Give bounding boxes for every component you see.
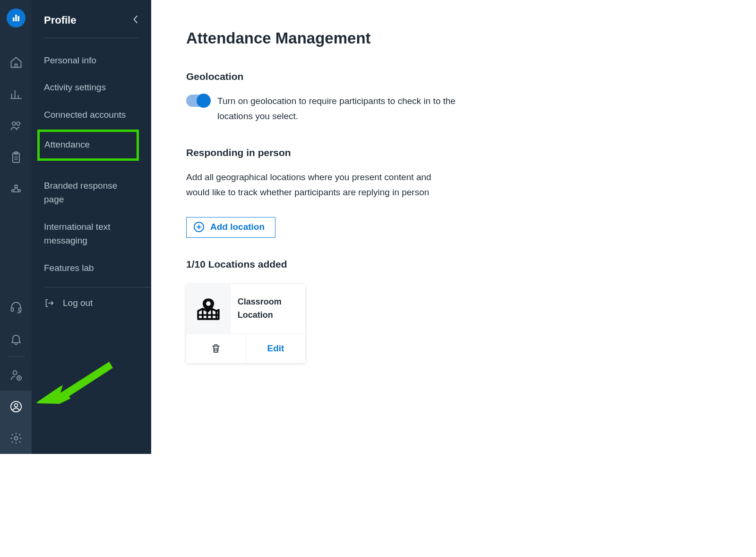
icon-rail xyxy=(0,0,32,454)
sidebar-item-attendance[interactable]: Attendance xyxy=(37,130,139,160)
trash-icon xyxy=(210,342,222,355)
rail-divider xyxy=(8,357,25,357)
team-icon xyxy=(9,183,23,196)
sidebar-item-branded-response[interactable]: Branded response page xyxy=(44,172,139,213)
locations-count: 1/10 Locations added xyxy=(186,259,586,270)
add-user-icon xyxy=(9,368,23,382)
svg-point-4 xyxy=(17,122,20,125)
profile-icon xyxy=(9,400,23,413)
sidebar-item-intl-text[interactable]: International text messaging xyxy=(44,213,139,254)
nav-notifications[interactable] xyxy=(0,323,32,355)
nav-home[interactable] xyxy=(0,46,32,78)
nav-settings[interactable] xyxy=(0,422,32,454)
bell-icon xyxy=(9,332,23,346)
nav-reports[interactable] xyxy=(0,78,32,110)
map-pin-icon xyxy=(195,295,222,322)
geolocation-row: Turn on geolocation to require participa… xyxy=(186,94,586,124)
sidebar: Profile Personal info Activity settings … xyxy=(32,0,151,454)
svg-rect-1 xyxy=(15,15,17,21)
svg-point-8 xyxy=(11,190,14,192)
sidebar-item-features-lab[interactable]: Features lab xyxy=(44,254,139,281)
svg-rect-2 xyxy=(17,16,19,21)
delete-location-button[interactable] xyxy=(186,334,246,363)
sidebar-title: Profile xyxy=(44,14,76,26)
svg-rect-10 xyxy=(11,308,13,311)
collapse-sidebar-button[interactable] xyxy=(132,14,139,26)
responding-heading: Responding in person xyxy=(186,147,586,158)
add-location-label: Add location xyxy=(210,222,265,232)
nav-clipboard[interactable] xyxy=(0,141,32,173)
svg-rect-11 xyxy=(18,308,21,311)
add-location-button[interactable]: Add location xyxy=(186,217,275,238)
nav-profile[interactable] xyxy=(0,391,32,422)
svg-point-7 xyxy=(15,185,17,188)
nav-support[interactable] xyxy=(0,291,32,323)
people-icon xyxy=(9,119,23,132)
logout-icon xyxy=(44,298,54,308)
edit-location-button[interactable]: Edit xyxy=(246,334,305,363)
clipboard-icon xyxy=(9,151,23,164)
location-thumb xyxy=(186,284,231,333)
location-card-top: Classroom Location xyxy=(186,284,305,334)
svg-point-18 xyxy=(206,301,211,306)
svg-point-15 xyxy=(14,403,17,407)
geolocation-description: Turn on geolocation to require participa… xyxy=(217,94,482,124)
plus-circle-icon xyxy=(193,221,205,233)
svg-point-3 xyxy=(12,122,15,125)
nav-team[interactable] xyxy=(0,173,32,205)
sidebar-header: Profile xyxy=(44,14,139,38)
svg-point-9 xyxy=(18,190,20,192)
location-actions: Edit xyxy=(186,334,305,363)
location-card: Classroom Location Edit xyxy=(186,284,305,363)
sidebar-divider xyxy=(44,287,150,287)
svg-point-16 xyxy=(14,436,17,440)
bar-chart-icon xyxy=(11,13,21,23)
home-icon xyxy=(9,56,23,69)
nav-add-user[interactable] xyxy=(0,359,32,391)
headset-icon xyxy=(9,301,23,314)
geolocation-heading: Geolocation xyxy=(186,71,586,82)
svg-point-12 xyxy=(13,371,17,374)
page-title: Attendance Management xyxy=(186,29,586,47)
bars-icon xyxy=(9,87,23,101)
geolocation-toggle[interactable] xyxy=(186,95,210,107)
svg-rect-0 xyxy=(13,17,15,21)
logout-label: Log out xyxy=(63,298,93,308)
logo[interactable] xyxy=(7,9,26,27)
responding-description: Add all geographical locations where you… xyxy=(186,170,451,200)
location-name: Classroom Location xyxy=(231,296,305,322)
gear-icon xyxy=(9,432,23,445)
sidebar-item-personal-info[interactable]: Personal info xyxy=(44,47,139,74)
sidebar-item-activity-settings[interactable]: Activity settings xyxy=(44,74,139,101)
main-content: Attendance Management Geolocation Turn o… xyxy=(151,0,605,454)
nav-participants[interactable] xyxy=(0,110,32,141)
chevron-left-icon xyxy=(132,14,139,25)
sidebar-logout[interactable]: Log out xyxy=(44,292,139,314)
sidebar-item-connected-accounts[interactable]: Connected accounts xyxy=(44,101,139,128)
